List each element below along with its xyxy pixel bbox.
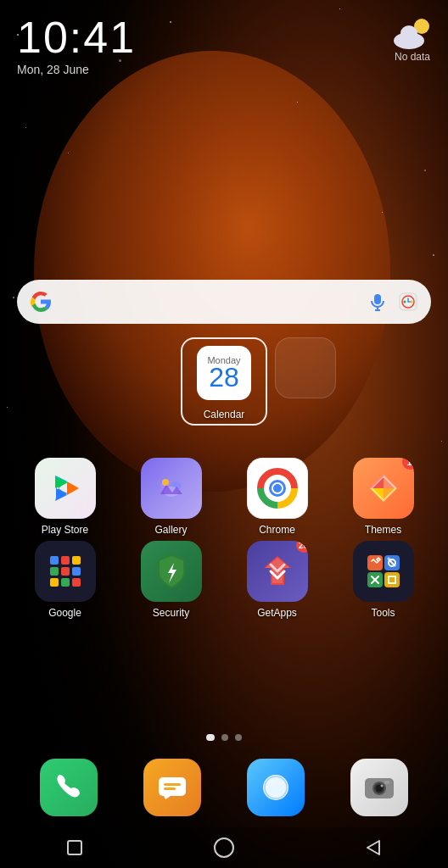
svg-rect-18: [50, 556, 59, 565]
svg-point-45: [215, 838, 233, 857]
browser-icon[interactable]: [247, 759, 305, 816]
app-row-2: Google Security 20: [12, 541, 436, 619]
svg-point-13: [162, 479, 169, 486]
svg-rect-34: [164, 783, 181, 786]
microphone-icon[interactable]: [367, 291, 389, 313]
app-item-getapps[interactable]: 20 GetApps: [239, 541, 316, 619]
play-store-icon[interactable]: [35, 458, 96, 519]
svg-point-42: [381, 785, 384, 787]
getapps-badge: 20: [296, 541, 308, 553]
gallery-label: Gallery: [154, 524, 187, 536]
getapps-label: GetApps: [257, 607, 297, 619]
dock-item-camera[interactable]: [341, 759, 417, 816]
navigation-bar: [0, 827, 448, 868]
svg-point-36: [263, 775, 288, 800]
time-display: 10:41: [17, 15, 136, 59]
dock-item-messages[interactable]: [134, 759, 210, 816]
svg-marker-46: [367, 841, 379, 854]
calendar-day-number: 28: [209, 364, 239, 391]
google-logo-icon: [29, 290, 53, 314]
svg-rect-26: [72, 578, 81, 587]
svg-rect-44: [68, 841, 81, 854]
tools-icon[interactable]: [353, 541, 414, 602]
calendar-highlight-border: Monday 28 Calendar: [181, 337, 267, 426]
page-indicator: [206, 734, 242, 741]
svg-rect-24: [50, 578, 59, 587]
app-item-empty-slot: [267, 337, 344, 398]
dock: [17, 749, 431, 826]
camera-icon[interactable]: [350, 759, 408, 816]
google-label: Google: [48, 607, 81, 619]
app-item-gallery[interactable]: Gallery: [133, 458, 210, 536]
weather-widget: No data: [394, 19, 431, 63]
dock-item-browser[interactable]: [238, 759, 314, 816]
svg-point-17: [273, 484, 282, 492]
svg-point-2: [411, 301, 413, 303]
status-bar: 10:41 Mon, 28 June No data: [0, 0, 448, 76]
svg-point-1: [404, 301, 406, 303]
app-grid: Play Store Gallery: [0, 458, 448, 624]
svg-rect-22: [61, 567, 70, 576]
app-item-play-store[interactable]: Play Store: [27, 458, 104, 536]
play-store-label: Play Store: [42, 524, 88, 536]
nav-home-button[interactable]: [209, 832, 239, 863]
dock-item-phone[interactable]: [31, 759, 107, 816]
weather-icon: [394, 19, 431, 49]
app-item-calendar[interactable]: Monday 28 Calendar: [186, 342, 262, 420]
google-lens-icon[interactable]: [397, 291, 419, 313]
security-icon[interactable]: [141, 541, 202, 602]
nav-back-button[interactable]: [358, 832, 389, 863]
svg-rect-27: [367, 555, 383, 570]
svg-rect-43: [384, 781, 389, 784]
themes-label: Themes: [365, 524, 401, 536]
svg-rect-30: [384, 572, 400, 587]
svg-rect-33: [159, 777, 186, 796]
empty-icon-slot: [275, 337, 336, 398]
phone-icon[interactable]: [40, 759, 98, 816]
getapps-icon[interactable]: 20: [247, 541, 308, 602]
messages-icon[interactable]: [143, 759, 201, 816]
svg-rect-35: [164, 787, 176, 790]
themes-badge: 1: [402, 458, 414, 470]
page-dot-2[interactable]: [221, 734, 228, 741]
svg-rect-21: [50, 567, 59, 576]
tools-label: Tools: [371, 607, 395, 619]
date-display: Mon, 28 June: [17, 63, 136, 76]
calendar-icon[interactable]: Monday 28: [193, 342, 255, 403]
svg-rect-20: [72, 556, 81, 565]
chrome-icon[interactable]: [247, 458, 308, 519]
chrome-label: Chrome: [259, 524, 295, 536]
calendar-label: Calendar: [204, 409, 245, 420]
app-row-1: Play Store Gallery: [12, 458, 436, 536]
weather-label: No data: [395, 51, 430, 63]
app-item-security[interactable]: Security: [133, 541, 210, 619]
search-bar[interactable]: [17, 280, 431, 324]
security-label: Security: [153, 607, 189, 619]
app-item-chrome[interactable]: Chrome: [239, 458, 316, 536]
svg-rect-23: [72, 567, 81, 576]
svg-rect-25: [61, 578, 70, 587]
app-item-google[interactable]: Google: [27, 541, 104, 619]
app-item-themes[interactable]: 1 Themes: [345, 458, 422, 536]
nav-recent-button[interactable]: [59, 832, 90, 863]
cloud-main: [394, 32, 424, 49]
svg-rect-19: [61, 556, 70, 565]
gallery-icon[interactable]: [141, 458, 202, 519]
mars-background: [34, 51, 390, 492]
time-block: 10:41 Mon, 28 June: [17, 15, 136, 76]
page-dot-3[interactable]: [235, 734, 242, 741]
app-item-tools[interactable]: Tools: [345, 541, 422, 619]
themes-icon[interactable]: 1: [353, 458, 414, 519]
page-dot-1[interactable]: [206, 734, 215, 741]
google-icon[interactable]: [35, 541, 96, 602]
